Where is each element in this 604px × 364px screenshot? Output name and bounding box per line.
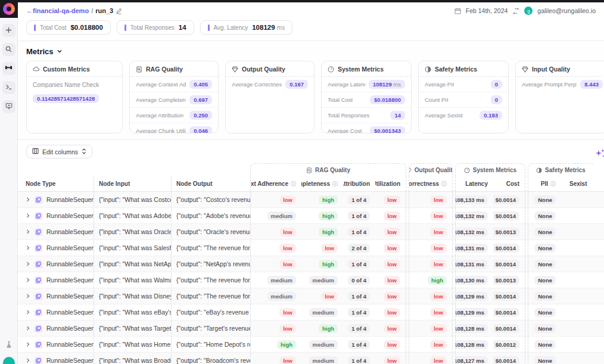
col-completeness[interactable]: Completenessi — [301, 176, 343, 191]
table-row[interactable]: RunnableSequence {"input": "What was Wal… — [18, 272, 604, 288]
node-input-text[interactable]: {"input": "What was Oracle's re... — [99, 228, 171, 235]
col-sexist[interactable]: Sexist — [561, 176, 604, 191]
table-row[interactable]: RunnableSequence {"input": "What was Net… — [18, 256, 604, 272]
attribution-badge: 1 of 4 — [348, 340, 370, 349]
table-row[interactable]: RunnableSequence {"input": "What was Dis… — [18, 288, 604, 304]
node-output-text[interactable]: {"output": "NetApp's revenue in... — [176, 260, 250, 267]
expand-chevron-icon[interactable] — [26, 342, 30, 347]
table-row[interactable]: RunnableSequence {"input": "What was Ora… — [18, 224, 604, 240]
col-latency[interactable]: Latency — [455, 176, 493, 191]
col-context-adherence[interactable]: Context Adherencei — [250, 176, 301, 191]
node-output-text[interactable]: {"output": "The revenue for Dis... — [176, 293, 250, 300]
utilization-badge: low — [384, 292, 400, 301]
table-row[interactable]: RunnableSequence {"input": "What was Cos… — [18, 192, 604, 208]
expand-chevron-icon[interactable] — [26, 245, 30, 250]
breadcrumb-back-link[interactable]: ←financial-qa-demo — [26, 7, 89, 14]
table-row[interactable]: RunnableSequence {"input": "What was Sal… — [18, 240, 604, 256]
group-output-quality: Output Quality — [409, 163, 453, 176]
col-correctness[interactable]: Correctnessi — [409, 176, 453, 191]
metric-label: Average Context Adherence — [136, 81, 186, 88]
runs-button[interactable] — [2, 62, 15, 75]
expand-chevron-icon[interactable] — [26, 278, 30, 282]
metric-label: Average Latency — [328, 81, 365, 88]
attribution-badge: 1 of 4 — [348, 356, 370, 364]
node-output-text[interactable]: {"output": "The revenue for Sal... — [176, 244, 250, 251]
edit-columns-button[interactable]: Edit columns — [26, 145, 92, 158]
node-input-text[interactable]: {"input": "What was Adobe's re... — [99, 212, 171, 219]
info-icon[interactable]: i — [550, 181, 556, 186]
expand-chevron-icon[interactable] — [26, 326, 30, 331]
metric-label: Average Attribution — [136, 112, 183, 119]
node-output-text[interactable]: {"output": "Costco's revenue in ... — [176, 196, 250, 203]
sparkles-icon[interactable] — [593, 148, 604, 163]
user-avatar[interactable]: g — [524, 7, 533, 15]
runnable-sequence-icon — [35, 228, 42, 236]
runnable-sequence-icon — [35, 260, 42, 268]
metric-row: Average Cost$0.001343 — [322, 123, 411, 133]
node-input-text[interactable]: {"input": "What was Disney's re... — [99, 293, 171, 300]
node-input-text[interactable]: {"input": "What was Broadcom'... — [99, 357, 171, 364]
expand-chevron-icon[interactable] — [26, 310, 30, 315]
expand-chevron-icon[interactable] — [26, 213, 30, 218]
node-output-text[interactable]: {"output": "The revenue for Wal... — [176, 276, 250, 284]
node-input-text[interactable]: {"input": "What was Costco's re... — [99, 196, 171, 203]
runnable-sequence-icon — [35, 196, 42, 204]
expand-chevron-icon[interactable] — [26, 358, 30, 363]
node-output-text[interactable]: {"output": "Adobe's revenue in ... — [176, 212, 250, 219]
expand-chevron-icon[interactable] — [26, 294, 30, 298]
correctness-badge: low — [430, 356, 447, 364]
col-cost[interactable]: Cost — [493, 176, 525, 191]
pii-badge: None — [534, 228, 556, 237]
cost-badge: $0.0012 — [493, 340, 519, 349]
node-input-text[interactable]: {"input": "What was Salesforce'... — [99, 244, 171, 251]
table-row[interactable]: RunnableSequence {"input": "What was eBa… — [18, 304, 604, 321]
metric-label: Total Responses — [328, 112, 369, 119]
galileo-logo[interactable] — [0, 0, 18, 18]
col-attribution[interactable]: Attribution — [343, 176, 375, 191]
monitor-button[interactable] — [2, 100, 15, 113]
col-node-output[interactable]: Node Output — [172, 176, 250, 191]
node-output-text[interactable]: {"output": "Oracle's revenue in ... — [176, 228, 250, 235]
table-row[interactable]: RunnableSequence {"input": "What was Bro… — [18, 353, 604, 364]
new-project-button[interactable] — [2, 24, 15, 37]
col-node-type[interactable]: Node Type — [18, 176, 94, 191]
completeness-badge: high — [319, 211, 338, 220]
info-icon[interactable]: i — [441, 181, 447, 186]
expand-chevron-icon[interactable] — [26, 197, 30, 202]
node-output-text[interactable]: {"output": "Broadcom's revenu... — [176, 357, 250, 364]
console-button[interactable] — [2, 81, 15, 94]
stat-total-cost: Total Cost $0.018800 — [26, 20, 111, 35]
node-output-text[interactable]: {"output": "Home Depot's reve... — [176, 341, 250, 348]
user-avatar-bottom[interactable] — [3, 357, 15, 364]
metrics-section-toggle[interactable]: Metrics — [26, 46, 596, 61]
metric-row: Average Latency108129 ms — [322, 77, 411, 92]
node-output-text[interactable]: {"output": "eBay's revenue in Q... — [176, 309, 250, 316]
expand-chevron-icon[interactable] — [26, 262, 30, 266]
node-input-text[interactable]: {"input": "What was Home Dep... — [99, 341, 171, 348]
node-input-text[interactable]: {"input": "What was Target's re... — [99, 325, 171, 332]
edit-run-name-icon[interactable] — [116, 8, 122, 14]
dumbbell-icon — [5, 63, 13, 74]
col-utilization[interactable]: Utilization — [375, 176, 406, 191]
info-icon[interactable]: i — [332, 181, 338, 186]
metric-row: Total Cost$0.018800 — [322, 92, 411, 108]
node-input-text[interactable]: {"input": "What was Walmart's r... — [99, 276, 171, 284]
user-email: galileo@rungalileo.io — [537, 7, 596, 14]
node-input-text[interactable]: {"input": "What was NetApp's r... — [99, 260, 171, 267]
col-pii[interactable]: PIIi — [528, 176, 561, 191]
node-type-label: RunnableSequence — [46, 293, 94, 300]
table-row[interactable]: RunnableSequence {"input": "What was Tar… — [18, 321, 604, 337]
calendar-icon — [454, 8, 461, 14]
search-button[interactable] — [2, 43, 15, 56]
flask-icon[interactable] — [5, 340, 13, 351]
info-icon[interactable]: i — [291, 181, 296, 186]
node-input-text[interactable]: {"input": "What was eBay's rev... — [99, 309, 171, 316]
col-node-input[interactable]: Node Input — [94, 176, 172, 191]
attribution-badge: 1 of 4 — [348, 292, 370, 301]
node-output-text[interactable]: {"output": "Target's revenue in ... — [176, 325, 250, 332]
compare-icon[interactable] — [512, 8, 519, 14]
table-row[interactable]: RunnableSequence {"input": "What was Hom… — [18, 337, 604, 353]
pii-badge: None — [534, 260, 556, 269]
table-row[interactable]: RunnableSequence {"input": "What was Ado… — [18, 208, 604, 224]
expand-chevron-icon[interactable] — [26, 229, 30, 234]
